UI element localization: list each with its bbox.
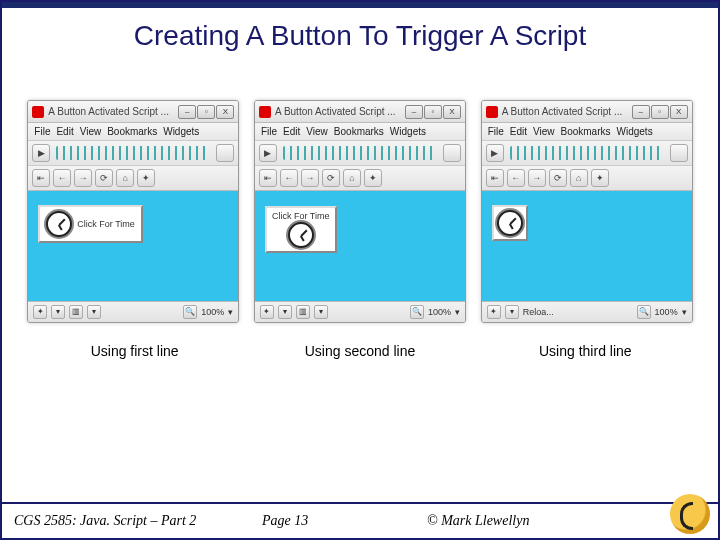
rewind-icon[interactable]: ⇤ xyxy=(32,169,50,187)
home-icon[interactable]: ⌂ xyxy=(570,169,588,187)
home-icon[interactable]: ⌂ xyxy=(116,169,134,187)
status-dropdown-icon[interactable]: ▾ xyxy=(278,305,292,319)
page-content xyxy=(482,191,692,301)
window-title: A Button Activated Script ... xyxy=(48,106,178,117)
address-bar[interactable] xyxy=(56,146,210,160)
footer-course: CGS 2585: Java. Script – Part 2 xyxy=(14,513,244,529)
zoom-level: 100% xyxy=(655,307,678,317)
address-bar[interactable] xyxy=(510,146,664,160)
maximize-button[interactable]: ▫ xyxy=(651,105,669,119)
button-label: Click For Time xyxy=(77,219,135,229)
slide-footer: CGS 2585: Java. Script – Part 2 Page 13 … xyxy=(2,502,718,538)
status-dropdown-icon[interactable]: ▾ xyxy=(505,305,519,319)
clock-icon xyxy=(288,222,314,248)
captions-row: Using first line Using second line Using… xyxy=(2,343,718,359)
address-bar[interactable] xyxy=(283,146,437,160)
play-icon[interactable]: ▶ xyxy=(32,144,50,162)
script-button[interactable]: Click For Time xyxy=(38,205,143,243)
menu-view[interactable]: View xyxy=(533,126,555,137)
browser-window-2: A Button Activated Script ... – ▫ X File… xyxy=(254,100,466,323)
magnify-icon[interactable]: 🔍 xyxy=(637,305,651,319)
dropdown-icon[interactable]: ▾ xyxy=(228,307,233,317)
menu-file[interactable]: File xyxy=(34,126,50,137)
status-dropdown-icon[interactable]: ▾ xyxy=(51,305,65,319)
slide-title: Creating A Button To Trigger A Script xyxy=(2,20,718,52)
toolbar-button[interactable] xyxy=(670,144,688,162)
reload-icon[interactable]: ⟳ xyxy=(322,169,340,187)
wand-icon[interactable]: ✦ xyxy=(364,169,382,187)
script-button[interactable] xyxy=(492,205,528,241)
page-content: Click For Time xyxy=(28,191,238,301)
home-icon[interactable]: ⌂ xyxy=(343,169,361,187)
forward-icon[interactable]: → xyxy=(301,169,319,187)
magnify-icon[interactable]: 🔍 xyxy=(410,305,424,319)
close-button[interactable]: X xyxy=(443,105,461,119)
menubar: File Edit View Bookmarks Widgets xyxy=(28,123,238,141)
status-icon[interactable]: ✦ xyxy=(260,305,274,319)
wand-icon[interactable]: ✦ xyxy=(137,169,155,187)
window-titlebar: A Button Activated Script ... – ▫ X xyxy=(255,101,465,123)
close-button[interactable]: X xyxy=(670,105,688,119)
navbar: ⇤ ← → ⟳ ⌂ ✦ xyxy=(255,166,465,191)
close-button[interactable]: X xyxy=(216,105,234,119)
toolbar: ▶ xyxy=(255,141,465,166)
menu-view[interactable]: View xyxy=(306,126,328,137)
footer-page: Page 13 xyxy=(262,513,308,529)
menu-bookmarks[interactable]: Bookmarks xyxy=(107,126,157,137)
menu-edit[interactable]: Edit xyxy=(283,126,300,137)
zoom-level: 100% xyxy=(201,307,224,317)
browser-window-1: A Button Activated Script ... – ▫ X File… xyxy=(27,100,239,323)
browser-windows-row: A Button Activated Script ... – ▫ X File… xyxy=(2,100,718,323)
forward-icon[interactable]: → xyxy=(528,169,546,187)
maximize-button[interactable]: ▫ xyxy=(197,105,215,119)
minimize-button[interactable]: – xyxy=(178,105,196,119)
window-titlebar: A Button Activated Script ... – ▫ X xyxy=(482,101,692,123)
rewind-icon[interactable]: ⇤ xyxy=(486,169,504,187)
menu-widgets[interactable]: Widgets xyxy=(163,126,199,137)
toolbar-button[interactable] xyxy=(443,144,461,162)
status-dropdown-icon[interactable]: ▾ xyxy=(87,305,101,319)
statusbar: ✦ ▾ ▥ ▾ 🔍 100% ▾ xyxy=(255,301,465,322)
play-icon[interactable]: ▶ xyxy=(259,144,277,162)
browser-window-3: A Button Activated Script ... – ▫ X File… xyxy=(481,100,693,323)
menu-bookmarks[interactable]: Bookmarks xyxy=(561,126,611,137)
menubar: File Edit View Bookmarks Widgets xyxy=(255,123,465,141)
menu-file[interactable]: File xyxy=(488,126,504,137)
script-button[interactable]: Click For Time xyxy=(265,206,337,253)
maximize-button[interactable]: ▫ xyxy=(424,105,442,119)
minimize-button[interactable]: – xyxy=(632,105,650,119)
caption-1: Using first line xyxy=(29,343,241,359)
status-dropdown-icon[interactable]: ▾ xyxy=(314,305,328,319)
toolbar: ▶ xyxy=(28,141,238,166)
navbar: ⇤ ← → ⟳ ⌂ ✦ xyxy=(482,166,692,191)
back-icon[interactable]: ← xyxy=(53,169,71,187)
rewind-icon[interactable]: ⇤ xyxy=(259,169,277,187)
status-icon[interactable]: ✦ xyxy=(33,305,47,319)
status-icon[interactable]: ✦ xyxy=(487,305,501,319)
magnify-icon[interactable]: 🔍 xyxy=(183,305,197,319)
reload-icon[interactable]: ⟳ xyxy=(549,169,567,187)
clock-icon xyxy=(497,210,523,236)
menu-view[interactable]: View xyxy=(80,126,102,137)
dropdown-icon[interactable]: ▾ xyxy=(682,307,687,317)
back-icon[interactable]: ← xyxy=(280,169,298,187)
status-panel-icon[interactable]: ▥ xyxy=(69,305,83,319)
menu-edit[interactable]: Edit xyxy=(56,126,73,137)
back-icon[interactable]: ← xyxy=(507,169,525,187)
minimize-button[interactable]: – xyxy=(405,105,423,119)
toolbar-button[interactable] xyxy=(216,144,234,162)
menu-file[interactable]: File xyxy=(261,126,277,137)
caption-2: Using second line xyxy=(254,343,466,359)
reload-icon[interactable]: ⟳ xyxy=(95,169,113,187)
footer-copyright: © Mark Llewellyn xyxy=(427,513,529,529)
forward-icon[interactable]: → xyxy=(74,169,92,187)
status-panel-icon[interactable]: ▥ xyxy=(296,305,310,319)
wand-icon[interactable]: ✦ xyxy=(591,169,609,187)
menu-bookmarks[interactable]: Bookmarks xyxy=(334,126,384,137)
menu-edit[interactable]: Edit xyxy=(510,126,527,137)
dropdown-icon[interactable]: ▾ xyxy=(455,307,460,317)
button-label: Click For Time xyxy=(272,211,330,221)
menu-widgets[interactable]: Widgets xyxy=(390,126,426,137)
play-icon[interactable]: ▶ xyxy=(486,144,504,162)
menu-widgets[interactable]: Widgets xyxy=(617,126,653,137)
